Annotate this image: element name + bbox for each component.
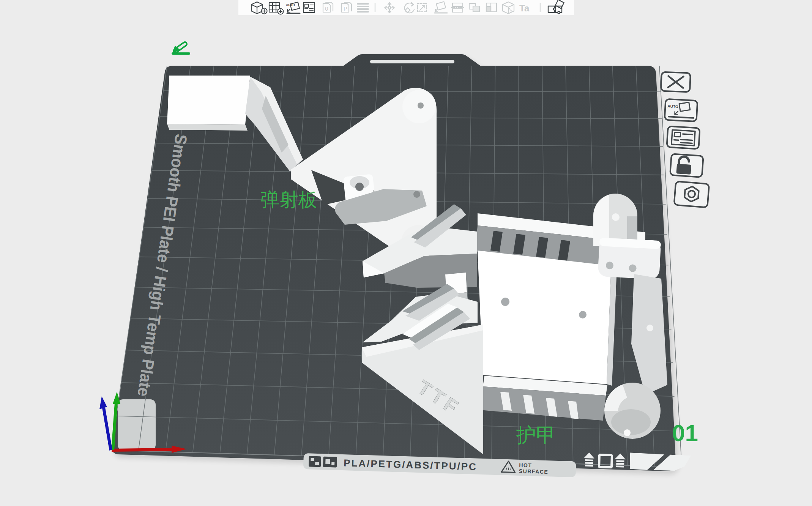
svg-text:AUTO: AUTO: [667, 104, 678, 109]
add-text-icon[interactable]: Ta: [519, 3, 530, 13]
top-toolbar: 0 P: [238, 0, 574, 15]
catapult-annotation-label: 弹射板: [260, 189, 317, 210]
svg-text:P: P: [344, 5, 347, 12]
hot-label-line2: SURFACE: [519, 468, 549, 475]
slicer-3d-viewport[interactable]: bu Smooth PEI Plate / High Temp Plate PL…: [0, 0, 812, 506]
lock-plate-button[interactable]: [670, 154, 703, 177]
auto-label: AUTO: [286, 3, 295, 7]
armor-bracket: [598, 238, 661, 279]
hot-label-line1: HOT: [519, 462, 532, 468]
plate-settings-button[interactable]: [674, 181, 710, 208]
plate-origin-pad: [118, 399, 156, 450]
svg-text:0: 0: [325, 5, 328, 12]
armor-annotation-label: 护甲: [516, 424, 556, 446]
x-axis-arrow: [112, 449, 173, 450]
auto-orient-plate-button[interactable]: AUTO: [665, 99, 698, 121]
plate-handle-slot: [370, 60, 454, 63]
plate-number-label: 01: [672, 420, 698, 446]
armor-cone: [604, 383, 661, 439]
arrange-plate-button[interactable]: [667, 126, 700, 149]
delete-plate-button[interactable]: [661, 72, 691, 92]
